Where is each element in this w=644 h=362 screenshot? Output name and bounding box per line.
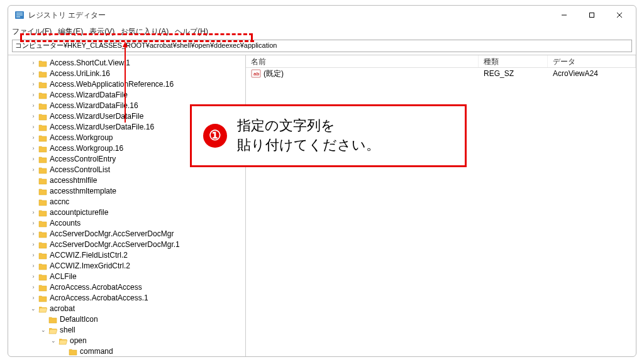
folder-icon	[38, 231, 47, 238]
workspace: ›Access.ShortCut.View.1›Access.UriLink.1…	[8, 55, 636, 356]
chevron-right-icon[interactable]: ›	[30, 58, 37, 69]
tree-node[interactable]: ⌄shell	[11, 325, 245, 336]
tree-node-label: command	[80, 346, 113, 356]
tree-node-label: Access.WebApplicationReference.16	[50, 79, 174, 90]
tree-node[interactable]: ›AccServerDocMgr.AccServerDocMgr.1	[11, 239, 245, 250]
folder-icon	[38, 209, 47, 217]
column-type[interactable]: 種類	[479, 55, 548, 67]
menu-favorite[interactable]: お気に入り(A)	[121, 26, 169, 37]
tree-node-label: Access.WizardDataFile	[50, 90, 128, 101]
folder-icon	[48, 316, 57, 324]
value-row[interactable]: ab (既定) REG_SZ AcroViewA24	[246, 68, 636, 79]
tree-node[interactable]: accnc	[11, 197, 245, 207]
maximize-button[interactable]	[578, 6, 606, 24]
column-data[interactable]: データ	[548, 55, 636, 67]
folder-icon	[38, 124, 47, 131]
string-value-icon: ab	[251, 69, 261, 78]
folder-icon	[38, 188, 47, 195]
value-name: (既定)	[264, 69, 284, 79]
tree-pane[interactable]: ›Access.ShortCut.View.1›Access.UriLink.1…	[8, 55, 246, 356]
chevron-right-icon[interactable]: ›	[30, 207, 37, 218]
tree-node-label: Access.ShortCut.View.1	[50, 58, 130, 69]
tree-node[interactable]: DefaultIcon	[11, 314, 245, 325]
chevron-right-icon[interactable]: ›	[30, 293, 37, 304]
chevron-right-icon[interactable]: ›	[30, 101, 37, 111]
tree-node[interactable]: ›ACCWIZ.ImexGridCtrl.2	[11, 261, 245, 272]
chevron-right-icon[interactable]: ›	[30, 250, 37, 261]
titlebar: レジストリ エディター	[8, 6, 636, 25]
tree-node-label: accesshtmlfile	[50, 175, 97, 186]
menu-view[interactable]: 表示(V)	[89, 26, 114, 37]
tree-node[interactable]: ›accountpicturefile	[11, 207, 245, 218]
folder-icon	[38, 263, 47, 270]
tree-node[interactable]: ›Access.WebApplicationReference.16	[11, 79, 245, 90]
window-title: レジストリ エディター	[28, 10, 106, 21]
tree-node[interactable]: ›AcroAccess.AcrobatAccess	[11, 282, 245, 293]
chevron-right-icon[interactable]: ›	[30, 261, 37, 272]
folder-icon	[38, 199, 47, 206]
svg-rect-5	[590, 13, 594, 18]
chevron-right-icon[interactable]: ›	[30, 133, 37, 143]
tree-node[interactable]: command	[11, 346, 245, 356]
chevron-right-icon[interactable]: ›	[30, 282, 37, 293]
tree-node-label: Access.Workgroup	[50, 133, 113, 143]
chevron-right-icon[interactable]: ›	[30, 229, 37, 239]
minimize-button[interactable]	[550, 6, 578, 24]
chevron-right-icon[interactable]: ›	[30, 143, 37, 154]
tree-node[interactable]: ⌄acrobat	[11, 304, 245, 314]
chevron-down-icon[interactable]: ⌄	[40, 325, 47, 336]
svg-rect-1	[16, 13, 23, 14]
tree-node[interactable]: accesshtmlfile	[11, 175, 245, 186]
tree-node-label: Access.WizardDataFile.16	[50, 101, 138, 111]
registry-editor-window: レジストリ エディター ファイル(F) 編集(E) 表示(V) お気に入り(A)…	[8, 5, 636, 357]
tree-node-label: Access.UriLink.16	[50, 69, 110, 79]
folder-icon	[38, 156, 47, 163]
tree-node[interactable]: ›AcroAccess.AcrobatAccess.1	[11, 293, 245, 304]
tree-node-label: Access.WizardUserDataFile.16	[50, 122, 154, 133]
folder-icon	[69, 348, 77, 356]
tree-node[interactable]: ›Access.WizardDataFile	[11, 90, 245, 101]
tree-node[interactable]: ⌄open	[11, 336, 245, 346]
annotation-callout: ① 指定の文字列を 貼り付けてください。	[190, 104, 467, 167]
folder-icon	[38, 177, 47, 185]
tree-node-label: AccessControlList	[50, 165, 110, 175]
chevron-right-icon[interactable]: ›	[30, 239, 37, 250]
chevron-right-icon[interactable]: ›	[30, 111, 37, 122]
tree-node[interactable]: ›AccServerDocMgr.AccServerDocMgr	[11, 229, 245, 239]
chevron-right-icon[interactable]: ›	[30, 90, 37, 101]
tree-node[interactable]: accessthmltemplate	[11, 186, 245, 197]
folder-icon	[38, 102, 47, 110]
folder-icon	[38, 252, 47, 260]
menu-help[interactable]: ヘルプ(H)	[175, 26, 208, 37]
tree-node-label: AcroAccess.AcrobatAccess.1	[50, 293, 148, 304]
tree-node[interactable]: ›ACLFile	[11, 272, 245, 282]
window-controls	[550, 6, 633, 24]
svg-rect-2	[16, 14, 23, 16]
chevron-right-icon[interactable]: ›	[30, 272, 37, 282]
folder-icon	[38, 284, 47, 292]
tree-node-label: AccServerDocMgr.AccServerDocMgr	[50, 229, 174, 239]
value-type: REG_SZ	[479, 69, 548, 78]
column-name[interactable]: 名前	[246, 55, 479, 67]
folder-icon	[38, 241, 47, 249]
chevron-right-icon[interactable]: ›	[30, 218, 37, 229]
address-bar[interactable]: コンピューター¥HKEY_CLASSES_ROOT¥acrobat¥shell¥…	[12, 40, 632, 52]
folder-icon	[38, 134, 47, 142]
chevron-down-icon[interactable]: ⌄	[50, 336, 57, 346]
chevron-down-icon[interactable]: ⌄	[30, 304, 37, 314]
tree-node[interactable]: ›ACCWIZ.FieldListCtrl.2	[11, 250, 245, 261]
menu-edit[interactable]: 編集(E)	[58, 26, 83, 37]
chevron-right-icon[interactable]: ›	[30, 122, 37, 133]
tree-node[interactable]: ›Access.ShortCut.View.1	[11, 58, 245, 69]
tree-node[interactable]: ›Access.UriLink.16	[11, 69, 245, 79]
app-icon	[14, 10, 25, 20]
chevron-right-icon[interactable]: ›	[30, 69, 37, 79]
tree-node[interactable]: ›Accounts	[11, 218, 245, 229]
chevron-right-icon[interactable]: ›	[30, 154, 37, 165]
menu-file[interactable]: ファイル(F)	[12, 26, 52, 37]
chevron-right-icon[interactable]: ›	[30, 79, 37, 90]
chevron-right-icon[interactable]: ›	[30, 165, 37, 175]
svg-rect-3	[16, 16, 20, 18]
tree-node-label: acrobat	[50, 304, 75, 314]
close-button[interactable]	[606, 6, 633, 24]
